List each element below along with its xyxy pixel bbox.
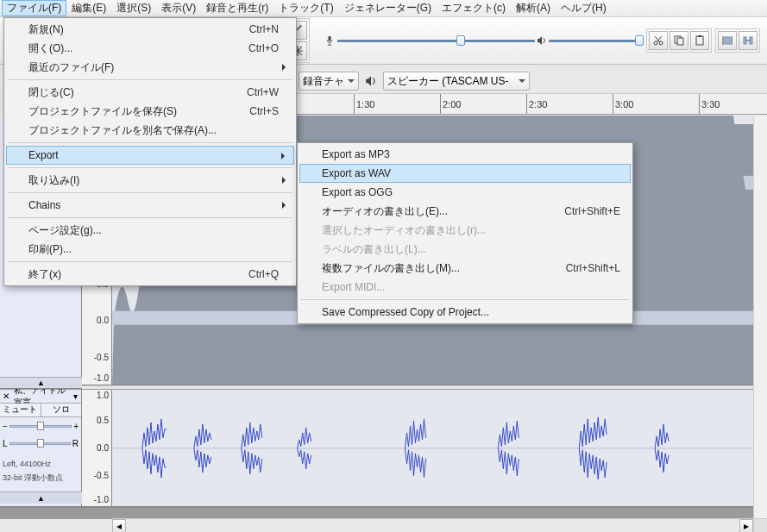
file-menu-dropdown: 新規(N)Ctrl+N 開く(O)...Ctrl+O 最近のファイル(F) 閉じ… [3, 17, 297, 286]
track-head: ✕ 私、アイドル宣言 ▾ ミュート ソロ − + L R Left, 44100… [0, 390, 82, 506]
playback-device-combo[interactable]: スピーカー (TASCAM US- [383, 72, 530, 91]
ruler-tick: 3:30 [699, 94, 720, 114]
scale-label: -0.5 [94, 471, 109, 480]
svg-rect-4 [677, 38, 683, 45]
minus-icon: − [3, 422, 8, 431]
menu-view[interactable]: 表示(V) [156, 0, 201, 16]
trim-tool-group [715, 28, 760, 53]
menu-effect[interactable]: エフェクト(c) [437, 0, 511, 16]
menu-item-export-midi: Export MIDI... [299, 278, 631, 297]
menu-item-recent[interactable]: 最近のファイル(F) [6, 58, 294, 77]
scale-label: 0.5 [97, 416, 109, 425]
cut-button[interactable] [649, 31, 668, 50]
menu-item-exit[interactable]: 終了(x)Ctrl+Q [6, 265, 294, 284]
solo-button[interactable]: ソロ [41, 404, 82, 416]
svg-rect-10 [744, 37, 746, 44]
menu-select[interactable]: 選択(S) [111, 0, 156, 16]
menu-item-save[interactable]: プロジェクトファイルを保存(S)Ctrl+S [6, 102, 294, 121]
waveform-canvas[interactable] [112, 390, 767, 506]
export-submenu: Export as MP3 Export as WAV Export as OG… [297, 142, 633, 324]
menu-separator [8, 167, 292, 168]
menu-transport[interactable]: 録音と再生(r) [201, 0, 273, 16]
menu-item-new[interactable]: 新規(N)Ctrl+N [6, 20, 294, 39]
menu-separator [8, 192, 292, 193]
scale-label: -1.0 [94, 495, 109, 504]
menu-item-export-selected: 選択したオーディオの書き出し(r)... [299, 221, 631, 240]
menu-item-chains[interactable]: Chains [6, 196, 294, 215]
scale-label: -0.5 [94, 353, 109, 362]
paste-button[interactable] [690, 31, 709, 50]
ruler-tick: 2:00 [440, 94, 461, 114]
copy-button[interactable] [670, 31, 688, 50]
silence-button[interactable] [739, 31, 758, 50]
menu-item-export-audio[interactable]: オーディオの書き出し(E)...Ctrl+Shift+E [299, 202, 631, 221]
track-menu-button[interactable]: ▾ [69, 391, 81, 401]
menu-item-save-compressed[interactable]: Save Compressed Copy of Project... [299, 303, 631, 322]
svg-rect-11 [750, 37, 752, 44]
ruler-tick: 2:30 [526, 94, 547, 114]
menu-help[interactable]: ヘルプ(H) [556, 0, 612, 16]
speaker-icon[interactable] [535, 31, 549, 50]
pan-left-label: L [3, 439, 8, 448]
mute-button[interactable]: ミュート [0, 404, 41, 416]
scale-label: 1.0 [97, 391, 109, 400]
menu-item-export-ogg[interactable]: Export as OGG [299, 183, 631, 202]
menu-item-export-wav[interactable]: Export as WAV [299, 164, 631, 183]
scale-label: 0.0 [97, 316, 109, 325]
playback-slider[interactable] [549, 32, 640, 49]
trim-button[interactable] [718, 31, 737, 50]
menubar: ファイル(F) 編集(E) 選択(S) 表示(V) 録音と再生(r) トラック(… [0, 0, 767, 17]
recording-slider[interactable] [337, 32, 535, 49]
menu-separator [8, 217, 292, 218]
svg-rect-5 [696, 36, 703, 45]
amplitude-scale: 1.0 0.5 0.0 -0.5 -1.0 [82, 390, 112, 506]
svg-rect-7 [725, 37, 730, 44]
plus-icon: + [73, 422, 79, 431]
menu-tracks[interactable]: トラック(T) [273, 0, 338, 16]
menu-item-open[interactable]: 開く(O)...Ctrl+O [6, 39, 294, 58]
ruler-tick: 3:00 [613, 94, 633, 114]
menu-item-close[interactable]: 閉じる(C)Ctrl+W [6, 83, 294, 102]
scrollbar-corner [753, 518, 767, 532]
device-toolbar: 録音チャ スピーカー (TASCAM US- [299, 71, 530, 91]
track-collapse-button[interactable]: ▲ [0, 491, 82, 504]
menu-item-save-as[interactable]: プロジェクトファイルを別名で保存(A)... [6, 121, 294, 140]
svg-rect-6 [698, 35, 701, 37]
pan-slider[interactable]: L R [0, 435, 81, 452]
record-channels-combo[interactable]: 録音チャ [299, 72, 359, 91]
track-close-button[interactable]: ✕ [0, 391, 12, 401]
menu-separator [8, 142, 292, 143]
vertical-scrollbar[interactable] [753, 116, 767, 518]
track-collapse-button[interactable]: ▲ [0, 377, 82, 389]
menu-file[interactable]: ファイル(F) [2, 0, 66, 16]
menu-separator [301, 299, 629, 300]
track-bitdepth-info: 32-bit 浮動小数点 [0, 471, 81, 485]
mic-icon[interactable] [323, 21, 338, 60]
svg-rect-0 [329, 36, 331, 41]
menu-item-export[interactable]: Export [6, 146, 294, 165]
scale-label: -1.0 [94, 373, 109, 383]
menu-item-page-setup[interactable]: ページ設定(g)... [6, 221, 294, 240]
track-row: ✕ 私、アイドル宣言 ▾ ミュート ソロ − + L R Left, 44100… [0, 390, 767, 507]
menu-item-export-multiple[interactable]: 複数ファイルの書き出し(M)...Ctrl+Shift+L [299, 259, 631, 278]
scale-label: 0.0 [97, 443, 109, 453]
menu-separator [8, 79, 292, 80]
menu-item-export-mp3[interactable]: Export as MP3 [299, 145, 631, 164]
menu-item-export-labels: ラベルの書き出し(L)... [299, 240, 631, 259]
menu-analyze[interactable]: 解析(A) [511, 0, 556, 16]
scroll-left-button[interactable]: ◂ [112, 519, 126, 532]
horizontal-scrollbar[interactable]: ◂ ▸ [112, 518, 753, 532]
menu-item-print[interactable]: 印刷(P)... [6, 240, 294, 259]
gain-slider[interactable]: − + [0, 417, 81, 435]
menu-generate[interactable]: ジェネレーター(G) [339, 0, 437, 16]
scroll-right-button[interactable]: ▸ [739, 519, 753, 532]
edit-tool-group [646, 28, 712, 53]
speaker-device-icon [362, 75, 380, 87]
menu-edit[interactable]: 編集(E) [66, 0, 111, 16]
menu-item-import[interactable]: 取り込み(I) [6, 171, 294, 190]
pan-right-label: R [72, 439, 79, 448]
track-format-info: Left, 44100Hz [0, 457, 81, 471]
menu-separator [8, 261, 292, 262]
ruler-tick: 1:30 [354, 94, 374, 114]
